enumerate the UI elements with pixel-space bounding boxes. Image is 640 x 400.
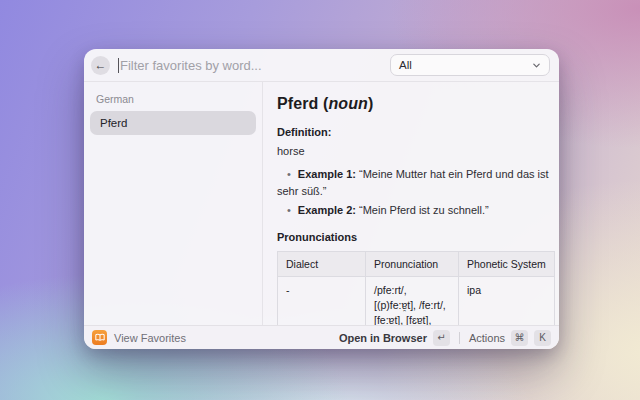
- enter-key-badge: ↵: [433, 330, 450, 346]
- word-part-of-speech: noun: [328, 95, 368, 112]
- text-caret: [118, 58, 119, 73]
- example-label: Example 1:: [298, 168, 356, 180]
- back-arrow-icon: ←: [95, 58, 107, 72]
- open-book-icon: [95, 333, 105, 342]
- example-item: Example 2: “Mein Pferd ist zu schnell.”: [277, 202, 554, 219]
- k-key-badge: K: [534, 330, 551, 346]
- table-row: - /pfe:rt/, [(p)fe:ɐ̯t], /fe:rt/, [fe:ɐ̯…: [278, 277, 555, 326]
- word-title-word: Pferd: [277, 95, 318, 112]
- filter-dropdown-value: All: [399, 59, 532, 71]
- example-item: Example 1: “Meine Mutter hat ein Pferd u…: [277, 166, 554, 200]
- word-title: Pferd (noun): [277, 95, 554, 113]
- status-actions: Open in Browser ↵ Actions ⌘ K: [339, 330, 551, 346]
- definition-heading: Definition:: [277, 126, 554, 138]
- column-header-phonetic-system: Phonetic System: [459, 252, 555, 277]
- column-header-pronunciation: Pronunciation: [366, 252, 459, 277]
- desktop-background: ← Filter favorites by word... All German…: [0, 0, 640, 400]
- open-in-browser-button[interactable]: Open in Browser: [339, 332, 427, 344]
- status-app-label: View Favorites: [114, 332, 339, 344]
- top-bar: ← Filter favorites by word... All: [84, 49, 559, 82]
- cell-dialect: -: [278, 277, 366, 326]
- raycast-window: ← Filter favorites by word... All German…: [84, 49, 559, 349]
- search-placeholder: Filter favorites by word...: [120, 58, 262, 73]
- cell-phonetic-system: ipa: [459, 277, 555, 326]
- list-item-label: Pferd: [100, 117, 128, 129]
- actions-button[interactable]: Actions: [469, 332, 505, 344]
- back-button[interactable]: ←: [91, 56, 110, 75]
- definition-text: horse: [277, 145, 554, 157]
- list-item-pferd[interactable]: Pferd: [90, 111, 256, 135]
- filter-dropdown[interactable]: All: [390, 54, 550, 76]
- example-text: “Mein Pferd ist zu schnell.”: [356, 204, 489, 216]
- status-separator: [459, 332, 460, 344]
- table-header-row: Dialect Pronunciation Phonetic System: [278, 252, 555, 277]
- cmd-key-badge: ⌘: [511, 330, 528, 346]
- pronunciations-heading: Pronunciations: [277, 231, 554, 243]
- example-list: Example 1: “Meine Mutter hat ein Pferd u…: [277, 166, 554, 219]
- chevron-down-icon: [532, 61, 541, 70]
- window-body: German Pferd Pferd (noun) Definition: ho…: [84, 82, 559, 325]
- search-input[interactable]: Filter favorites by word...: [118, 58, 390, 73]
- results-list: German Pferd: [84, 82, 263, 325]
- cell-pronunciation: /pfe:rt/, [(p)fe:ɐ̯t], /fe:rt/, [fe:ɐ̯t]…: [366, 277, 459, 326]
- pronunciation-table: Dialect Pronunciation Phonetic System - …: [277, 251, 555, 325]
- dictionary-app-icon: [92, 330, 107, 345]
- detail-panel: Pferd (noun) Definition: horse Example 1…: [263, 82, 559, 325]
- status-bar: View Favorites Open in Browser ↵ Actions…: [84, 325, 559, 349]
- column-header-dialect: Dialect: [278, 252, 366, 277]
- example-label: Example 2:: [298, 204, 356, 216]
- list-section-label: German: [90, 93, 256, 105]
